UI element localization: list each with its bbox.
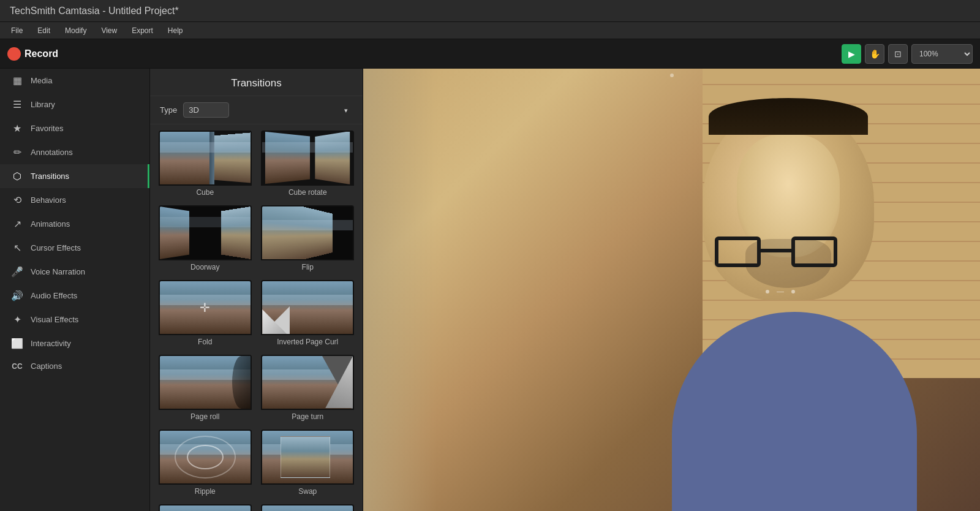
- title-bar: TechSmith Camtasia - Untitled Project*: [0, 0, 980, 22]
- transition-item-page-roll[interactable]: Page roll: [156, 355, 254, 425]
- sidebar-label-animations: Animations: [31, 219, 70, 229]
- sidebar: ▦ Media ☰ Library ★ Favorites ✏ Annotati…: [0, 69, 150, 511]
- sidebar-item-cursor-effects[interactable]: ↖ Cursor Effects: [0, 236, 149, 260]
- transition-thumb-swap: [261, 430, 354, 485]
- filter-select-wrapper: 3D All 2D Wipes: [183, 102, 353, 118]
- glass-bridge: [761, 249, 791, 252]
- zoom-select[interactable]: 100% 50% 75% 125% 150% 200% Fit: [911, 44, 973, 64]
- main-area: ▦ Media ☰ Library ★ Favorites ✏ Annotati…: [0, 69, 980, 511]
- transition-label-page-turn: Page turn: [292, 410, 323, 425]
- transition-thumb-cube: [159, 131, 252, 186]
- sidebar-label-behaviors: Behaviors: [31, 195, 66, 205]
- favorites-icon: ★: [11, 123, 23, 134]
- captions-icon: CC: [11, 362, 23, 371]
- video-preview: [363, 69, 980, 511]
- sidebar-item-visual-effects[interactable]: ✦ Visual Effects: [0, 308, 149, 331]
- animations-icon: ↗: [11, 218, 23, 230]
- sidebar-label-favorites: Favorites: [31, 124, 63, 133]
- transition-thumb-doorway: [159, 205, 252, 260]
- transition-thumb-inverted-page-curl: [261, 280, 354, 335]
- visual-effects-icon: ✦: [11, 314, 23, 325]
- hand-tool-button[interactable]: ✋: [865, 44, 884, 64]
- toolbar-tools: ▶ ✋ ⊡ 100% 50% 75% 125% 150% 200% Fit: [842, 44, 973, 64]
- select-tool-button[interactable]: ▶: [842, 44, 861, 64]
- glass-left: [715, 237, 761, 267]
- menu-view[interactable]: View: [95, 25, 123, 36]
- sidebar-label-annotations: Annotations: [31, 148, 73, 157]
- voice-narration-icon: 🎤: [11, 266, 23, 278]
- transition-thumb-page-roll: [159, 355, 252, 410]
- menu-help[interactable]: Help: [162, 25, 189, 36]
- transition-thumb-more1: [159, 504, 252, 511]
- sidebar-label-transitions: Transitions: [31, 172, 69, 181]
- transition-label-cube: Cube: [196, 186, 214, 200]
- transition-thumb-cube-rotate: [261, 131, 354, 186]
- panel-title: Transitions: [150, 69, 363, 96]
- transition-item-more2[interactable]: Zoom: [259, 504, 357, 511]
- transitions-icon: ⬡: [11, 170, 23, 182]
- sidebar-label-captions: Captions: [31, 361, 62, 371]
- media-icon: ▦: [11, 75, 23, 86]
- dot-1: [766, 290, 769, 293]
- sidebar-item-voice-narration[interactable]: 🎤 Voice Narration: [0, 260, 149, 284]
- sidebar-item-annotations[interactable]: ✏ Annotations: [0, 140, 149, 164]
- transition-label-ripple: Ripple: [195, 485, 216, 499]
- sidebar-item-media[interactable]: ▦ Media: [0, 69, 149, 93]
- dot-line: [777, 292, 784, 292]
- transition-label-swap: Swap: [298, 485, 317, 499]
- transition-thumb-fold: ✛: [159, 280, 252, 335]
- menu-file[interactable]: File: [5, 25, 29, 36]
- sidebar-item-captions[interactable]: CC Captions: [0, 355, 149, 377]
- sidebar-item-transitions[interactable]: ⬡ Transitions: [0, 164, 149, 188]
- preview-indicator: [670, 74, 674, 77]
- person-head: [703, 104, 874, 300]
- sidebar-item-animations[interactable]: ↗ Animations: [0, 212, 149, 236]
- transitions-scroll[interactable]: Cube Cube rotate: [150, 124, 363, 511]
- record-label: Record: [24, 48, 58, 59]
- transition-item-ripple[interactable]: Ripple: [156, 430, 254, 499]
- preview-dots: [766, 290, 795, 293]
- sidebar-label-audio-effects: Audio Effects: [31, 291, 77, 300]
- filter-label: Type: [160, 105, 177, 115]
- sidebar-label-cursor-effects: Cursor Effects: [31, 243, 81, 252]
- toolbar: Record ▶ ✋ ⊡ 100% 50% 75% 125% 150% 200%…: [0, 39, 980, 69]
- transition-item-page-turn[interactable]: Page turn: [259, 355, 357, 425]
- annotations-icon: ✏: [11, 146, 23, 158]
- type-filter-select[interactable]: 3D All 2D Wipes: [183, 102, 229, 118]
- transition-item-fold[interactable]: ✛ Fold: [156, 280, 254, 350]
- transition-thumb-flip: [261, 205, 354, 260]
- transition-item-swap[interactable]: Swap: [259, 430, 357, 499]
- sidebar-label-interactivity: Interactivity: [31, 339, 71, 348]
- sidebar-item-favorites[interactable]: ★ Favorites: [0, 116, 149, 140]
- menu-export[interactable]: Export: [126, 25, 159, 36]
- sidebar-label-voice-narration: Voice Narration: [31, 267, 85, 276]
- panel-filter: Type 3D All 2D Wipes: [150, 96, 363, 124]
- transition-item-cube-rotate[interactable]: Cube rotate: [259, 131, 357, 200]
- transition-item-cube[interactable]: Cube: [156, 131, 254, 200]
- transition-item-inverted-page-curl[interactable]: Inverted Page Curl: [259, 280, 357, 350]
- transition-label-doorway: Doorway: [190, 260, 219, 275]
- sidebar-item-behaviors[interactable]: ⟲ Behaviors: [0, 188, 149, 212]
- transition-thumb-page-turn: [261, 355, 354, 410]
- transition-item-flip[interactable]: Flip: [259, 205, 357, 275]
- menu-modify[interactable]: Modify: [59, 25, 92, 36]
- behaviors-icon: ⟲: [11, 194, 23, 206]
- transition-item-doorway[interactable]: Doorway: [156, 205, 254, 275]
- transitions-grid: Cube Cube rotate: [150, 124, 363, 511]
- app-title: TechSmith Camtasia - Untitled Project*: [10, 6, 179, 17]
- sidebar-item-audio-effects[interactable]: 🔊 Audio Effects: [0, 284, 149, 308]
- record-button[interactable]: Record: [7, 47, 58, 61]
- preview-area: [363, 69, 980, 511]
- transition-item-more1[interactable]: Twist: [156, 504, 254, 511]
- sidebar-item-library[interactable]: ☰ Library: [0, 93, 149, 116]
- sidebar-item-interactivity[interactable]: ⬜ Interactivity: [0, 331, 149, 355]
- glasses: [715, 237, 837, 267]
- audio-effects-icon: 🔊: [11, 290, 23, 301]
- library-icon: ☰: [11, 99, 23, 110]
- crop-tool-button[interactable]: ⊡: [888, 44, 908, 64]
- sidebar-label-media: Media: [31, 76, 52, 85]
- transitions-panel: Transitions Type 3D All 2D Wipes: [150, 69, 363, 511]
- menu-edit[interactable]: Edit: [31, 25, 56, 36]
- dot-2: [791, 290, 795, 293]
- cursor-effects-icon: ↖: [11, 242, 23, 254]
